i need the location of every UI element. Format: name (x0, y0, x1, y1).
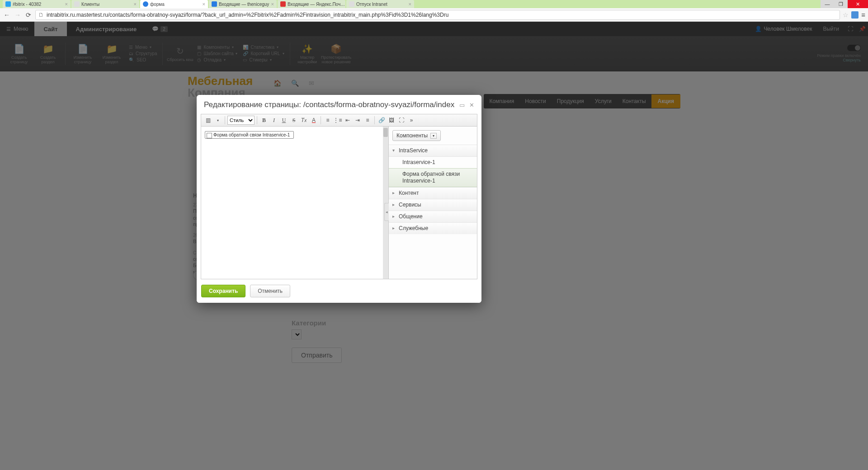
clear-format-icon[interactable]: Tx (299, 116, 308, 125)
tab-title: форма (150, 2, 165, 7)
favicon-icon (349, 1, 354, 7)
link-icon[interactable]: 🔗 (377, 116, 386, 125)
components-dropdown-button[interactable]: Компоненты ▾ (392, 130, 441, 141)
tab-close-icon[interactable]: × (64, 1, 68, 7)
url-input[interactable]: 🗋 intrabitrix.ru.mastertest.ru/contacts/… (35, 10, 840, 20)
panel-collapse-handle[interactable]: ◂ (384, 203, 389, 221)
nav-reload-icon[interactable]: ⟳ (24, 11, 33, 19)
favicon-icon (5, 1, 11, 7)
tab-close-icon[interactable]: × (345, 1, 345, 7)
split-view-icon[interactable]: ▥ (203, 116, 212, 125)
browser-tab[interactable]: Входящие — theniceguy × (209, 0, 277, 8)
window-maximize-button[interactable]: ❐ (834, 0, 848, 8)
browser-tab[interactable]: Отпуск Intranet × (346, 0, 414, 8)
modal-close-icon[interactable]: ✕ (469, 102, 474, 108)
tab-close-icon[interactable]: × (407, 1, 411, 7)
browser-tab[interactable]: Входящие — Яндекс.Поч… × (278, 0, 345, 8)
extension-icon[interactable] (851, 11, 859, 19)
modal-title-prefix: Редактирование страницы: (204, 100, 303, 109)
ordered-list-icon[interactable]: ≡ (323, 116, 332, 125)
strike-icon[interactable]: S (289, 116, 298, 125)
page-editor-modal: Редактирование страницы: /contacts/forma… (197, 95, 481, 303)
tab-close-icon[interactable]: × (270, 1, 274, 7)
split-dropdown-icon[interactable]: ▾ (213, 116, 222, 125)
browser-tab[interactable]: Клиенты × (71, 0, 139, 8)
fullscreen-editor-icon[interactable]: ⛶ (397, 116, 406, 125)
tree-item-intraservice1[interactable]: Intraservice-1 (389, 156, 477, 168)
modal-maximize-icon[interactable]: ▭ (459, 102, 465, 108)
address-bar: ← → ⟳ 🗋 intrabitrix.ru.mastertest.ru/con… (0, 8, 868, 22)
window-close-button[interactable]: ✕ (848, 0, 868, 8)
outdent-icon[interactable]: ⇤ (343, 116, 352, 125)
favicon-icon (143, 1, 148, 7)
underline-icon[interactable]: U (279, 116, 288, 125)
browser-tab-active[interactable]: форма × (140, 0, 208, 8)
image-icon[interactable]: 🖼 (387, 116, 396, 125)
editor-canvas[interactable]: Форма обратной связи Intraservice-1 (201, 127, 388, 279)
tree-item-feedback-form[interactable]: Форма обратной связи Intraservice-1 (389, 168, 477, 187)
tree-group-system[interactable]: Служебные (389, 222, 477, 234)
favicon-icon (280, 1, 286, 7)
tab-close-icon[interactable]: × (201, 1, 205, 7)
more-tools-icon[interactable]: » (407, 116, 416, 125)
favicon-icon (212, 1, 217, 7)
browser-tab-bar: #bitrix - 40382 × Клиенты × форма × Вход… (0, 0, 868, 8)
tree-group-intraservice[interactable]: IntraService (389, 145, 477, 156)
tree-group-social[interactable]: Общение (389, 211, 477, 222)
browser-tab[interactable]: #bitrix - 40382 × (3, 0, 71, 8)
chevron-down-icon: ▾ (430, 133, 437, 139)
text-color-icon[interactable]: A (309, 116, 318, 125)
bold-icon[interactable]: B (259, 116, 269, 125)
editor-toolbar: ▥ ▾ Стиль B I U S Tx A ≡ ⋮≡ ⇤ ⇥ ≡ 🔗 🖼 ⛶ … (201, 114, 477, 127)
tab-title: Входящие — theniceguy (219, 2, 269, 7)
tab-title: Входящие — Яндекс.Поч… (288, 2, 345, 7)
tree-group-services[interactable]: Сервисы (389, 199, 477, 211)
tree-group-content[interactable]: Контент (389, 187, 477, 199)
component-placeholder[interactable]: Форма обратной связи Intraservice-1 (205, 131, 294, 139)
bookmark-star-icon[interactable]: ☆ (843, 11, 849, 19)
tab-close-icon[interactable]: × (132, 1, 137, 7)
modal-titlebar: Редактирование страницы: /contacts/forma… (197, 95, 481, 114)
modal-title-path: /contacts/forma-obratnoy-svyazi/forma/in… (303, 100, 455, 109)
nav-forward-icon[interactable]: → (14, 11, 22, 19)
align-icon[interactable]: ≡ (363, 116, 372, 125)
unordered-list-icon[interactable]: ⋮≡ (333, 116, 342, 125)
components-panel: ◂ Компоненты ▾ IntraService Intraservice… (388, 127, 477, 279)
style-select[interactable]: Стиль (227, 116, 255, 125)
modal-footer: Сохранить Отменить (197, 279, 481, 303)
nav-back-icon[interactable]: ← (3, 11, 11, 19)
save-button[interactable]: Сохранить (201, 285, 245, 297)
indent-icon[interactable]: ⇥ (353, 116, 362, 125)
chrome-menu-icon[interactable]: ≡ (861, 11, 865, 19)
page-icon: 🗋 (38, 12, 45, 18)
cancel-button[interactable]: Отменить (250, 285, 290, 297)
url-text: intrabitrix.ru.mastertest.ru/contacts/fo… (47, 12, 448, 18)
tab-title: #bitrix - 40382 (13, 2, 41, 7)
tab-title: Клиенты (81, 2, 99, 7)
italic-icon[interactable]: I (269, 116, 278, 125)
tab-title: Отпуск Intranet (356, 2, 387, 7)
favicon-icon (74, 1, 80, 7)
window-minimize-button[interactable]: — (821, 0, 834, 8)
